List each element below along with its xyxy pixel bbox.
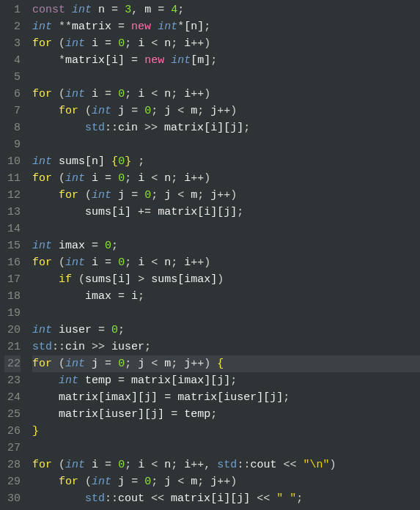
code-line[interactable]: std::cin >> iuser;	[32, 339, 420, 355]
line-number: 10	[4, 153, 21, 170]
code-area[interactable]: const int n = 3, m = 4;int **matrix = ne…	[26, 0, 420, 510]
line-number: 19	[4, 305, 21, 322]
line-number: 2	[4, 18, 21, 35]
line-number: 29	[4, 473, 21, 490]
line-number: 25	[4, 406, 21, 423]
line-number: 11	[4, 170, 21, 187]
code-line[interactable]: for (int i = 0; i < n; i++)	[32, 86, 420, 103]
line-number: 17	[4, 271, 21, 288]
code-line[interactable]	[32, 440, 420, 457]
line-number-gutter: 1234567891011121314151617181920212223242…	[0, 0, 26, 510]
code-line[interactable]: int iuser = 0;	[32, 322, 420, 339]
code-line[interactable]: matrix[imax][j] = matrix[iuser][j];	[32, 389, 420, 406]
code-line[interactable]: const int n = 3, m = 4;	[32, 1, 420, 18]
line-number: 5	[4, 69, 21, 86]
line-number: 12	[4, 187, 21, 204]
code-line[interactable]: matrix[iuser][j] = temp;	[32, 406, 420, 423]
line-number: 18	[4, 288, 21, 305]
code-line[interactable]: std::cin >> matrix[i][j];	[32, 119, 420, 136]
line-number: 9	[4, 136, 21, 153]
line-number: 4	[4, 52, 21, 69]
code-line[interactable]: for (int i = 0; i < n; i++, std::cout <<…	[32, 457, 420, 473]
code-line[interactable]: for (int j = 0; j < m; j++)	[32, 103, 420, 119]
code-line[interactable]: for (int i = 0; i < n; i++)	[32, 35, 420, 52]
code-line[interactable]: for (int j = 0; j < m; j++)	[32, 473, 420, 490]
line-number: 3	[4, 35, 21, 52]
line-number: 13	[4, 204, 21, 221]
line-number: 27	[4, 440, 21, 457]
line-number: 20	[4, 322, 21, 339]
code-line[interactable]: int temp = matrix[imax][j];	[32, 372, 420, 389]
line-number: 30	[4, 490, 21, 507]
line-number: 16	[4, 254, 21, 271]
line-number: 8	[4, 119, 21, 136]
line-number: 6	[4, 86, 21, 103]
code-line[interactable]: imax = i;	[32, 288, 420, 305]
code-line[interactable]: int sums[n] {0} ;	[32, 153, 420, 170]
line-number: 24	[4, 389, 21, 406]
line-number: 14	[4, 221, 21, 237]
code-line[interactable]	[32, 69, 420, 86]
line-number: 21	[4, 339, 21, 355]
line-number: 28	[4, 457, 21, 473]
line-number: 7	[4, 103, 21, 119]
code-line[interactable]	[32, 221, 420, 237]
code-line[interactable]	[32, 136, 420, 153]
code-line[interactable]: }	[32, 423, 420, 440]
code-line[interactable]: for (int i = 0; i < n; i++)	[32, 170, 420, 187]
line-number: 26	[4, 423, 21, 440]
code-editor[interactable]: 1234567891011121314151617181920212223242…	[0, 0, 420, 510]
code-line[interactable]: for (int j = 0; j < m; j++)	[32, 187, 420, 204]
code-line[interactable]: for (int i = 0; i < n; i++)	[32, 254, 420, 271]
line-number: 1	[4, 1, 21, 18]
code-line[interactable]: int **matrix = new int*[n];	[32, 18, 420, 35]
line-number: 22	[4, 355, 21, 372]
code-line[interactable]: std::cout << matrix[i][j] << " ";	[32, 490, 420, 507]
code-line[interactable]	[32, 305, 420, 322]
code-line[interactable]: *matrix[i] = new int[m];	[32, 52, 420, 69]
code-line[interactable]: int imax = 0;	[32, 237, 420, 254]
code-line[interactable]: sums[i] += matrix[i][j];	[32, 204, 420, 221]
code-line[interactable]: if (sums[i] > sums[imax])	[32, 271, 420, 288]
code-line[interactable]: for (int j = 0; j < m; j++) {	[32, 355, 420, 372]
line-number: 23	[4, 372, 21, 389]
line-number: 15	[4, 237, 21, 254]
